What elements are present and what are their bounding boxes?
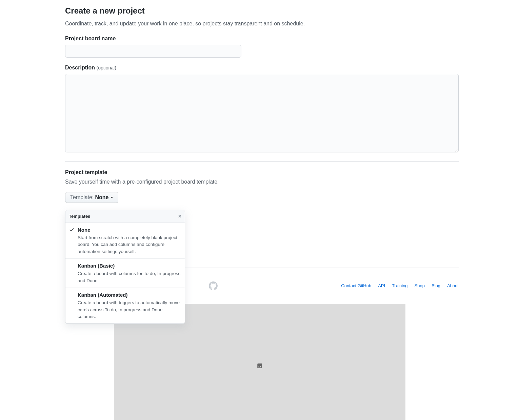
template-button-prefix: Template: xyxy=(70,194,94,201)
template-option-desc: Create a board with columns for To do, I… xyxy=(78,270,181,284)
check-icon xyxy=(69,227,74,232)
footer-link-shop[interactable]: Shop xyxy=(415,282,425,289)
caret-down-icon xyxy=(111,197,113,198)
template-dropdown: Templates × None Start from scratch with… xyxy=(65,210,185,324)
github-logo-icon xyxy=(209,281,218,290)
name-label: Project board name xyxy=(65,35,459,43)
footer-right: Contact GitHub API Training Shop Blog Ab… xyxy=(341,282,459,289)
footer-link-about[interactable]: About xyxy=(447,282,459,289)
template-option-desc: Start from scratch with a completely bla… xyxy=(78,234,181,255)
footer-link-training[interactable]: Training xyxy=(392,282,407,289)
description-label-text: Description xyxy=(65,65,95,70)
template-option-title: Kanban (Basic) xyxy=(78,262,181,270)
footer-link-contact[interactable]: Contact GitHub xyxy=(341,282,371,289)
dropdown-header-title: Templates xyxy=(69,213,90,220)
template-option-title: None xyxy=(78,226,181,234)
template-button-value: None xyxy=(95,194,108,201)
broken-image-icon xyxy=(257,363,263,369)
divider xyxy=(65,161,459,162)
page-subtitle: Coordinate, track, and update your work … xyxy=(65,20,459,28)
description-optional: (optional) xyxy=(96,65,116,70)
template-option-title: Kanban (Automated) xyxy=(78,291,181,299)
close-icon[interactable]: × xyxy=(178,214,181,219)
description-textarea[interactable] xyxy=(65,74,459,152)
template-section-desc: Save yourself time with a pre-configured… xyxy=(65,178,459,186)
project-name-input[interactable] xyxy=(65,45,241,58)
template-option-desc: Create a board with triggers to automati… xyxy=(78,299,181,320)
template-option-none[interactable]: None Start from scratch with a completel… xyxy=(65,223,185,259)
page-title: Create a new project xyxy=(65,5,459,17)
template-section-title: Project template xyxy=(65,168,459,176)
footer-link-blog[interactable]: Blog xyxy=(432,282,440,289)
footer-link-api[interactable]: API xyxy=(378,282,385,289)
template-dropdown-button[interactable]: Template: None xyxy=(65,192,118,203)
description-label: Description (optional) xyxy=(65,64,459,72)
template-option-kanban-basic[interactable]: Kanban (Basic) Create a board with colum… xyxy=(65,259,185,288)
template-option-kanban-automated[interactable]: Kanban (Automated) Create a board with t… xyxy=(65,288,185,323)
dropdown-header: Templates × xyxy=(65,210,185,223)
